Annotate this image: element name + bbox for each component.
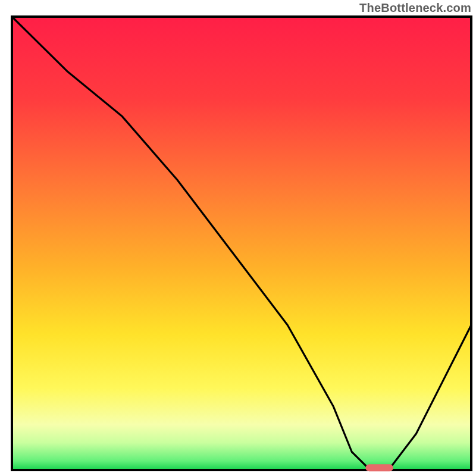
watermark-label: TheBottleneck.com	[359, 1, 471, 15]
bottleneck-chart	[0, 0, 476, 476]
chart-stage: TheBottleneck.com	[0, 0, 476, 476]
gradient-background	[12, 17, 471, 470]
optimal-range-marker	[365, 464, 393, 471]
